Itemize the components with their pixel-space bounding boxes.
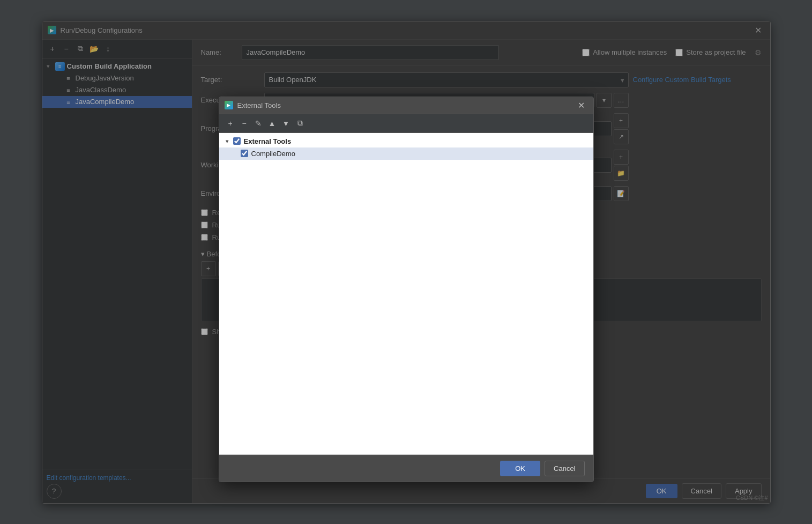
ext-tree-area: ▾ External Tools CompileDemo	[219, 133, 593, 455]
ext-tree-root: ▾ External Tools CompileDemo	[219, 133, 593, 162]
ext-tree-expand-arrow: ▾	[226, 138, 233, 144]
ext-up-btn[interactable]: ▲	[266, 117, 278, 129]
ext-ok-button[interactable]: OK	[500, 461, 540, 476]
main-dialog: ▶ Run/Debug Configurations ✕ + − ⧉ 📂 ↕ ▾…	[42, 21, 771, 504]
ext-child-checkbox[interactable]	[241, 150, 248, 157]
ext-cancel-button[interactable]: Cancel	[545, 461, 584, 476]
external-tools-dialog: ▶ External Tools ✕ + − ✎ ▲ ▼ ⧉	[219, 97, 594, 482]
main-content: + − ⧉ 📂 ↕ ▾ ≡ Custom Build Application ≡…	[42, 40, 770, 503]
ext-title-bar: ▶ External Tools ✕	[219, 97, 593, 114]
ext-root-checkbox[interactable]	[233, 137, 241, 145]
modal-overlay: ▶ External Tools ✕ + − ✎ ▲ ▼ ⧉	[192, 40, 770, 503]
ext-tree-root-item[interactable]: ▾ External Tools	[219, 135, 593, 147]
ext-child-label: CompileDemo	[251, 150, 295, 158]
ext-toolbar: + − ✎ ▲ ▼ ⧉	[219, 114, 593, 133]
ext-edit-btn[interactable]: ✎	[252, 117, 264, 129]
ext-copy-btn[interactable]: ⧉	[294, 117, 306, 129]
ext-remove-btn[interactable]: −	[239, 117, 250, 129]
ext-add-btn[interactable]: +	[225, 117, 236, 129]
ext-footer: OK Cancel	[219, 455, 593, 482]
ext-dialog-title: External Tools	[237, 101, 575, 109]
ext-close-button[interactable]: ✕	[575, 99, 588, 112]
right-panel: Name: Allow multiple instances Store as …	[192, 40, 770, 503]
ext-down-btn[interactable]: ▼	[280, 117, 292, 129]
ext-root-label: External Tools	[244, 137, 292, 145]
ext-tree-child-item[interactable]: CompileDemo	[219, 147, 593, 160]
ext-app-icon: ▶	[225, 101, 233, 109]
